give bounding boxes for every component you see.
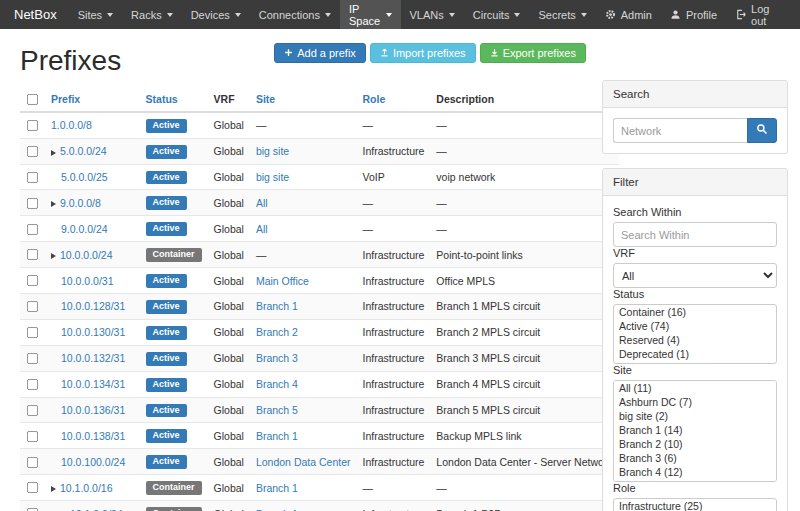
site-link[interactable]: Branch 2 (256, 326, 298, 338)
site-link[interactable]: All (256, 197, 268, 209)
filter-option[interactable]: Branch 1 (14) (614, 423, 776, 437)
description-value: — (430, 475, 618, 501)
column-header-status[interactable]: Status (146, 93, 178, 105)
prefix-link[interactable]: 10.1.0.0/24 (70, 508, 123, 511)
prefix-link[interactable]: 10.1.0.0/16 (60, 482, 113, 494)
filter-option[interactable]: Active (74) (614, 319, 776, 333)
prefix-link[interactable]: 9.0.0.0/8 (60, 197, 101, 209)
prefix-link[interactable]: 5.0.0.0/25 (61, 171, 108, 183)
nav-secrets[interactable]: Secrets (529, 0, 595, 29)
prefix-link[interactable]: 10.0.0.134/31 (61, 378, 125, 390)
prefix-link[interactable]: 10.0.0.132/31 (61, 352, 125, 364)
row-checkbox[interactable] (27, 120, 38, 131)
site-link[interactable]: Branch 5 (256, 404, 298, 416)
prefix-link[interactable]: 5.0.0.0/24 (60, 145, 107, 157)
role-listbox[interactable]: Infrastructure (25)Management (8)Private… (613, 498, 777, 511)
brand-logo[interactable]: NetBox (8, 0, 69, 29)
add-prefix-button[interactable]: Add a prefix (274, 43, 366, 63)
nav-item-label: Profile (686, 9, 717, 21)
prefix-link[interactable]: 1.0.0.0/8 (51, 119, 92, 131)
site-link[interactable]: Branch 3 (256, 352, 298, 364)
filter-option[interactable]: Branch 4 (12) (614, 465, 776, 479)
row-checkbox[interactable] (27, 249, 38, 260)
nav-connections[interactable]: Connections (250, 0, 340, 29)
filter-option[interactable]: Deprecated (1) (614, 347, 776, 361)
filter-option[interactable]: Branch 2 (10) (614, 437, 776, 451)
content: Prefixes Add a prefix Import prefixes Ex… (0, 29, 800, 511)
vrf-select[interactable]: All (613, 263, 777, 288)
plus-icon (284, 47, 293, 59)
prefix-link[interactable]: 9.0.0.0/24 (61, 223, 108, 235)
site-link[interactable]: big site (256, 171, 289, 183)
import-prefixes-button[interactable]: Import prefixes (370, 43, 476, 63)
select-all-checkbox[interactable] (27, 94, 38, 105)
filter-option[interactable]: Ashburn DC (7) (614, 395, 776, 409)
site-link[interactable]: Branch 4 (256, 378, 298, 390)
role-value: Infrastructure (357, 242, 431, 268)
row-checkbox[interactable] (27, 224, 38, 235)
row-checkbox[interactable] (27, 353, 38, 364)
row-checkbox[interactable] (27, 301, 38, 312)
search-within-input[interactable] (613, 222, 777, 247)
site-link[interactable]: big site (256, 145, 289, 157)
prefix-link[interactable]: 10.0.0.130/31 (61, 326, 125, 338)
prefix-link[interactable]: 10.0.0.136/31 (61, 404, 125, 416)
row-checkbox[interactable] (27, 198, 38, 209)
row-checkbox[interactable] (27, 405, 38, 416)
table-row: 10.0.100.0/24 Active Global London Data … (20, 449, 619, 475)
site-link[interactable]: Branch 1 (256, 300, 298, 312)
top-navbar: NetBox Sites Racks Devices Connections I… (0, 0, 800, 29)
column-header-site[interactable]: Site (256, 93, 275, 105)
filter-option[interactable]: Reserved (4) (614, 333, 776, 347)
filter-option[interactable]: Container (16) (614, 305, 776, 319)
expand-arrow-icon (51, 253, 56, 259)
nav-profile[interactable]: Profile (661, 0, 726, 29)
site-listbox[interactable]: All (11)Ashburn DC (7)big site (2)Branch… (613, 380, 777, 482)
filter-option[interactable]: big site (2) (614, 409, 776, 423)
status-listbox[interactable]: Container (16)Active (74)Reserved (4)Dep… (613, 304, 777, 364)
nav-devices[interactable]: Devices (182, 0, 250, 29)
vrf-value: Global (208, 319, 250, 345)
filter-option[interactable]: Infrastructure (25) (614, 499, 776, 511)
nav-sites[interactable]: Sites (69, 0, 122, 29)
row-checkbox[interactable] (27, 275, 38, 286)
search-input[interactable] (613, 118, 747, 143)
nav-logout[interactable]: Log out (726, 0, 792, 29)
row-checkbox[interactable] (27, 482, 38, 493)
nav-vlans[interactable]: VLANs (401, 0, 464, 29)
row-checkbox[interactable] (27, 327, 38, 338)
vrf-value: Global (208, 293, 250, 319)
site-cell: Branch 1 (250, 423, 357, 449)
role-value: Infrastructure (357, 371, 431, 397)
row-checkbox[interactable] (27, 172, 38, 183)
row-checkbox[interactable] (27, 431, 38, 442)
prefix-link[interactable]: 10.0.100.0/24 (61, 456, 125, 468)
export-prefixes-button[interactable]: Export prefixes (480, 43, 586, 63)
column-header-prefix[interactable]: Prefix (51, 93, 80, 105)
site-link[interactable]: Branch 1 (256, 430, 298, 442)
prefix-link[interactable]: 10.0.0.128/31 (61, 300, 125, 312)
search-button[interactable] (747, 118, 777, 143)
prefix-link[interactable]: 10.0.0.0/31 (61, 275, 114, 287)
site-link[interactable]: All (256, 223, 268, 235)
nav-item-label: Racks (131, 9, 162, 21)
nav-circuits[interactable]: Circuits (464, 0, 530, 29)
site-link[interactable]: London Data Center (256, 456, 351, 468)
row-checkbox[interactable] (27, 379, 38, 390)
prefix-link[interactable]: 10.0.0.0/24 (60, 249, 113, 261)
site-link[interactable]: Branch 1 (256, 508, 298, 511)
filter-option[interactable]: All (11) (614, 381, 776, 395)
site-link[interactable]: Main Office (256, 275, 309, 287)
row-checkbox[interactable] (27, 457, 38, 468)
filter-vrf: VRF All (613, 247, 777, 288)
site-cell: Branch 1 (250, 475, 357, 501)
nav-ip-space[interactable]: IP Space (340, 0, 401, 29)
column-header-role[interactable]: Role (363, 93, 386, 105)
nav-racks[interactable]: Racks (122, 0, 182, 29)
nav-admin[interactable]: Admin (596, 0, 661, 29)
site-link[interactable]: Branch 1 (256, 482, 298, 494)
prefix-link[interactable]: 10.0.0.138/31 (61, 430, 125, 442)
table-row: 10.0.0.130/31 Active Global Branch 2 Inf… (20, 319, 619, 345)
row-checkbox[interactable] (27, 146, 38, 157)
filter-option[interactable]: Branch 3 (6) (614, 451, 776, 465)
